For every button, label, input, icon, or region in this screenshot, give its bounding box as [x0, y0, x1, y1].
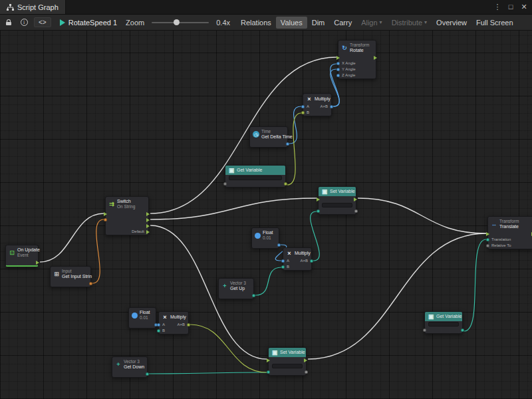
- node-vector3-get-down[interactable]: +Vector 3Get Down: [112, 356, 148, 378]
- data-port[interactable]: [336, 74, 340, 77]
- data-port[interactable]: [277, 243, 281, 247]
- wire-input-to-switch[interactable]: [92, 219, 104, 283]
- data-port[interactable]: [461, 329, 464, 332]
- flow-port[interactable]: [267, 358, 270, 362]
- wire-getvariable1-to-multiply1[interactable]: [287, 113, 301, 185]
- data-port[interactable]: [252, 294, 255, 297]
- port-label: B: [162, 328, 165, 334]
- node-switch-on-string[interactable]: ⇉SwitchOn StringDefault: [105, 196, 149, 235]
- maximize-icon[interactable]: □: [504, 0, 517, 14]
- data-port[interactable]: [157, 323, 160, 327]
- data-port[interactable]: [187, 323, 190, 327]
- node-port-row: Default: [106, 229, 148, 235]
- code-view-button[interactable]: <>: [34, 17, 51, 27]
- node-header: ⊡On UpdateEvent: [6, 245, 38, 259]
- wire-setvariable1-to-translate[interactable]: [358, 198, 486, 233]
- data-port[interactable]: [354, 209, 358, 213]
- flow-port[interactable]: [486, 232, 489, 236]
- wire-getdown-to-setvariable2[interactable]: [149, 372, 267, 374]
- data-port[interactable]: [104, 218, 107, 221]
- node-on-update[interactable]: ⊡On UpdateEvent: [5, 245, 39, 267]
- data-port[interactable]: [284, 182, 287, 186]
- node-get-variable-1[interactable]: ▣Get Variable: [225, 165, 286, 188]
- toolbar-button-align[interactable]: Align▾: [356, 17, 386, 29]
- variable-name-field[interactable]: [428, 322, 459, 327]
- toolbar-button-carry[interactable]: Carry: [329, 17, 356, 29]
- data-port[interactable]: [281, 265, 285, 269]
- flow-port[interactable]: [146, 212, 150, 216]
- node-vector3-get-up[interactable]: +Vector 3Get Up: [218, 278, 254, 299]
- node-subtitle: Vector 3: [124, 359, 144, 364]
- wire-update-to-switch[interactable]: [40, 213, 104, 262]
- toolbar-button-dim[interactable]: Dim: [307, 17, 330, 29]
- data-port[interactable]: [423, 329, 426, 332]
- wire-switch-to-rotate[interactable]: [150, 57, 336, 213]
- data-port[interactable]: [486, 244, 489, 247]
- node-set-variable-2[interactable]: ▣Set Variable: [268, 347, 307, 376]
- wire-multiply3-to-setvariable2[interactable]: [190, 325, 267, 372]
- data-port[interactable]: [281, 259, 285, 263]
- variable-name-field[interactable]: [272, 364, 303, 368]
- flow-port[interactable]: [304, 358, 307, 362]
- wire-getvariable2-to-translate[interactable]: [464, 239, 486, 331]
- flow-port[interactable]: [146, 230, 150, 234]
- wire-setvariable2-to-translate[interactable]: [308, 233, 486, 359]
- flow-port[interactable]: [36, 261, 39, 265]
- wire-switch-to-setvariable1[interactable]: [150, 198, 317, 219]
- node-float-2[interactable]: Float0.01: [128, 307, 156, 329]
- wire-getup-to-multiply2[interactable]: [255, 267, 281, 295]
- data-port[interactable]: [157, 329, 160, 332]
- toolbar-button-distribute[interactable]: Distribute▾: [387, 17, 432, 29]
- node-multiply-3[interactable]: ×MultiplyAA×BB: [158, 311, 189, 334]
- data-port[interactable]: [301, 111, 305, 114]
- zoom-slider-thumb[interactable]: [174, 19, 180, 25]
- data-port[interactable]: [146, 372, 149, 376]
- toolbar-button-relations[interactable]: Relations: [236, 17, 276, 29]
- node-title: Float: [140, 310, 150, 315]
- node-get-delta-time[interactable]: ◷TimeGet Delta Time: [249, 126, 288, 148]
- flow-port[interactable]: [336, 56, 340, 60]
- toolbar-button-full-screen[interactable]: Full Screen: [471, 17, 518, 29]
- data-port[interactable]: [223, 182, 227, 186]
- toolbar-button-overview[interactable]: Overview: [432, 17, 471, 29]
- data-port[interactable]: [317, 209, 320, 213]
- node-translate[interactable]: ↔TransformTranslateTranslationRelative T…: [487, 216, 532, 249]
- node-get-input-string[interactable]: ⊞InputGet Input Strin: [50, 266, 91, 287]
- breadcrumb[interactable]: RotateSpeed 1: [60, 19, 117, 27]
- data-port[interactable]: [267, 370, 270, 374]
- rotate-icon: ↻: [341, 45, 348, 51]
- menu-icon[interactable]: ⋮: [491, 0, 504, 14]
- flow-port[interactable]: [317, 198, 320, 201]
- variable-name-field[interactable]: [229, 176, 282, 180]
- flow-port[interactable]: [374, 56, 377, 60]
- node-multiply-2[interactable]: ×MultiplyAA×BB: [283, 247, 312, 271]
- data-port[interactable]: [336, 62, 340, 65]
- flow-port[interactable]: [146, 218, 150, 222]
- info-button[interactable]: i: [17, 16, 31, 29]
- flow-port[interactable]: [146, 224, 150, 228]
- node-rotate[interactable]: ↻TransformRotateX AngleY AngleZ Angle: [338, 40, 376, 79]
- variable-name-field[interactable]: [322, 203, 352, 207]
- data-port[interactable]: [310, 259, 313, 263]
- close-icon[interactable]: ✕: [517, 0, 531, 14]
- data-port[interactable]: [330, 105, 333, 108]
- node-port-row: AA×B: [303, 104, 331, 110]
- toolbar-button-values[interactable]: Values: [276, 17, 307, 29]
- node-float-1[interactable]: Float0.01: [251, 227, 279, 249]
- node-title: Multiply: [315, 96, 331, 102]
- flow-port[interactable]: [104, 212, 107, 216]
- graph-canvas[interactable]: ⊡On UpdateEvent⊞InputGet Input Strin⇉Swi…: [0, 31, 532, 399]
- node-multiply-1[interactable]: ×MultiplyAA×BB: [303, 93, 332, 116]
- node-get-variable-2[interactable]: ▣Get Variable: [424, 311, 463, 334]
- data-port[interactable]: [89, 282, 92, 285]
- zoom-slider[interactable]: [152, 22, 209, 23]
- tab-script-graph[interactable]: Script Graph: [0, 0, 66, 14]
- data-port[interactable]: [336, 68, 340, 71]
- data-port[interactable]: [486, 238, 489, 241]
- data-port[interactable]: [301, 105, 305, 108]
- data-port[interactable]: [286, 142, 289, 146]
- lock-button[interactable]: [2, 16, 15, 29]
- node-set-variable-1[interactable]: ▣Set Variable: [318, 186, 356, 215]
- data-port[interactable]: [305, 370, 308, 374]
- flow-port[interactable]: [354, 198, 357, 201]
